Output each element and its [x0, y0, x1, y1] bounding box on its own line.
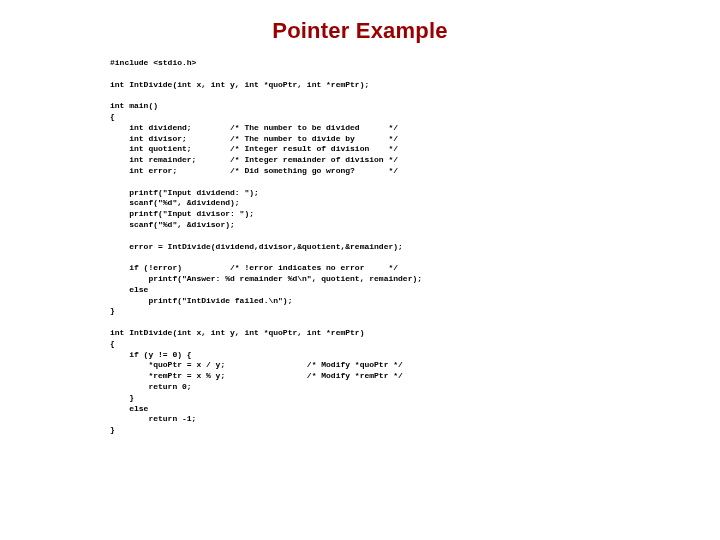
slide: Pointer Example #include <stdio.h> int I…: [0, 0, 720, 540]
code-block: #include <stdio.h> int IntDivide(int x, …: [110, 58, 610, 436]
page-title: Pointer Example: [110, 18, 610, 44]
